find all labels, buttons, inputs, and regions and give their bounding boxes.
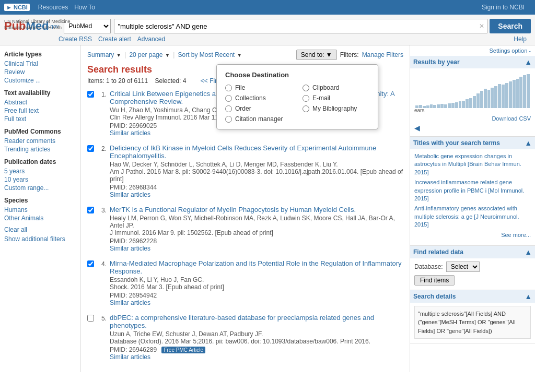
perpage-dropdown[interactable]: 20 per page ▼ xyxy=(129,51,170,58)
sidebar-item-other-animals[interactable]: Other Animals xyxy=(4,215,43,222)
pubmed-commons-heading: PubMed Commons xyxy=(4,128,76,135)
create-rss-link[interactable]: Create RSS xyxy=(59,35,92,43)
toolbar-divider: | xyxy=(124,51,126,58)
radio-citationmanager[interactable] xyxy=(225,116,232,123)
article-checkbox-4[interactable] xyxy=(87,260,94,267)
summary-link[interactable]: Summary xyxy=(87,51,114,58)
titles-scroll-up-icon[interactable]: ▲ xyxy=(525,139,532,147)
summary-dropdown[interactable]: Summary ▼ xyxy=(87,51,121,58)
option-mybibliography-label: My Bibliography xyxy=(312,105,357,112)
resources-link[interactable]: Resources xyxy=(38,4,68,11)
article-pmid-5: PMID: 26946289 Free PMC Article xyxy=(110,346,403,353)
dropdown-option-email[interactable]: E-mail xyxy=(303,94,369,102)
results-by-year-title: Results by year xyxy=(413,58,460,66)
perpage-link[interactable]: 20 per page xyxy=(129,51,162,58)
download-csv-link[interactable]: Download CSV xyxy=(492,115,531,122)
article-authors-2: Hao W, Decker Y, Schnöder L, Schottek A,… xyxy=(110,161,403,168)
radio-email[interactable] xyxy=(303,95,309,102)
radio-collections[interactable] xyxy=(225,95,232,102)
list-item: 4. Mirna-Mediated Macrophage Polarizatio… xyxy=(87,259,403,306)
radio-file[interactable] xyxy=(225,85,232,91)
search-button[interactable]: Search xyxy=(490,19,531,33)
article-checkbox-1[interactable] xyxy=(87,91,94,98)
items-count: Items: 1 to 20 of 6111 xyxy=(87,77,148,85)
chart-bar xyxy=(480,91,483,108)
title-link-2[interactable]: Increased inflammasome related gene expr… xyxy=(414,179,531,203)
sidebar-item-free-full-text[interactable]: Free full text xyxy=(4,107,39,114)
search-details-scroll-up-icon[interactable]: ▲ xyxy=(525,292,532,301)
species-heading: Species xyxy=(4,197,76,204)
top-nav: ► NCBI Resources How To Sign in to NCBI xyxy=(0,0,535,15)
article-checkbox-3[interactable] xyxy=(87,207,94,213)
customize-link[interactable]: Customize ... xyxy=(4,77,76,84)
signin-link[interactable]: Sign in to NCBI xyxy=(482,4,525,11)
article-checkbox-2[interactable] xyxy=(87,145,94,152)
search-details-header: Search details ▲ xyxy=(410,290,535,303)
toolbar-right: Send to: ▼ Filters: Manage Filters xyxy=(296,50,403,60)
see-more-link[interactable]: See more... xyxy=(414,231,531,239)
article-title-link-4[interactable]: Mirna-Mediated Macrophage Polarization a… xyxy=(110,259,402,275)
article-links-4: Similar articles xyxy=(110,299,403,306)
similar-articles-link-4[interactable]: Similar articles xyxy=(110,299,150,306)
radio-clipboard[interactable] xyxy=(303,85,309,91)
settings-option: Settings option - xyxy=(410,45,535,56)
dropdown-option-mybibliography[interactable]: My Bibliography xyxy=(303,105,369,112)
find-related-scroll-up-icon[interactable]: ▲ xyxy=(525,248,532,256)
title-link-3[interactable]: Anti-inflammatory genes associated with … xyxy=(414,205,531,229)
article-title-link-3[interactable]: MerTK Is a Functional Regulator of Myeli… xyxy=(110,206,356,213)
show-additional-filters-link[interactable]: Show additional filters xyxy=(4,235,76,243)
radio-order[interactable] xyxy=(225,105,232,112)
similar-articles-link-2[interactable]: Similar articles xyxy=(110,191,150,198)
sidebar-item-clinical-trial[interactable]: Clinical Trial xyxy=(4,60,38,67)
sidebar-item-review[interactable]: Review xyxy=(4,68,25,76)
article-links-1: Similar articles xyxy=(110,129,403,137)
howto-link[interactable]: How To xyxy=(74,4,95,11)
similar-articles-link-1[interactable]: Similar articles xyxy=(110,129,150,137)
similar-articles-link-3[interactable]: Similar articles xyxy=(110,245,150,252)
pubmed-commons-list: Reader comments Trending articles xyxy=(4,137,76,153)
settings-option-link[interactable]: Settings option - xyxy=(490,47,531,54)
database-select[interactable]: PubMed xyxy=(64,19,111,33)
sidebar-item-abstract[interactable]: Abstract xyxy=(4,99,27,106)
title-link-1[interactable]: Metabolic gene expression changes in ast… xyxy=(414,152,531,176)
dropdown-option-clipboard[interactable]: Clipboard xyxy=(303,84,369,91)
sortby-link[interactable]: Sort by Most Recent xyxy=(178,51,235,58)
search-input[interactable] xyxy=(114,19,487,33)
article-content-2: Deficiency of IkB Kinase in Myeloid Cell… xyxy=(110,144,403,198)
titles-panel-header: Titles with your search terms ▲ xyxy=(410,137,535,149)
chart-bar xyxy=(473,96,476,108)
scroll-left-icon[interactable]: ◀ xyxy=(414,124,420,132)
clear-search-icon[interactable]: ✕ xyxy=(479,22,484,30)
find-items-button[interactable]: Find items xyxy=(414,275,455,286)
sidebar-item-custom-range[interactable]: Custom range... xyxy=(4,184,49,192)
scroll-up-icon[interactable]: ▲ xyxy=(525,58,532,66)
sidebar-item-trending[interactable]: Trending articles xyxy=(4,146,50,153)
toolbar-divider2: | xyxy=(173,51,175,58)
clear-all-link[interactable]: Clear all xyxy=(4,226,76,233)
article-checkbox-5[interactable] xyxy=(87,315,94,322)
sortby-dropdown[interactable]: Sort by Most Recent ▼ xyxy=(178,51,242,58)
database-select-dropdown[interactable]: Select xyxy=(446,262,480,272)
help-link[interactable]: Help xyxy=(514,35,531,43)
sidebar-item-5years[interactable]: 5 years xyxy=(4,168,25,175)
dropdown-option-citationmanager[interactable]: Citation manager xyxy=(225,115,292,123)
similar-articles-link-5[interactable]: Similar articles xyxy=(110,353,150,361)
radio-mybibliography[interactable] xyxy=(303,105,309,112)
sidebar-item-humans[interactable]: Humans xyxy=(4,206,28,213)
chart-footer: Download CSV xyxy=(414,115,531,122)
send-to-button[interactable]: Send to: ▼ xyxy=(296,50,337,60)
sidebar-item-10years[interactable]: 10 years xyxy=(4,176,28,183)
article-title-link-5[interactable]: dbPEC: a comprehensive literature-based … xyxy=(110,314,374,329)
advanced-link[interactable]: Advanced xyxy=(137,35,165,43)
chart-bar xyxy=(437,104,440,108)
dropdown-options: File Clipboard Collections E-mail Order xyxy=(225,84,369,123)
manage-filters-link[interactable]: Manage Filters xyxy=(362,51,403,58)
dropdown-option-file[interactable]: File xyxy=(225,84,292,91)
article-number-5: 5. xyxy=(97,315,107,322)
dropdown-option-collections[interactable]: Collections xyxy=(225,94,292,102)
sidebar-item-reader-comments[interactable]: Reader comments xyxy=(4,137,55,145)
article-title-link-2[interactable]: Deficiency of IkB Kinase in Myeloid Cell… xyxy=(110,144,376,160)
dropdown-option-order[interactable]: Order xyxy=(225,105,292,112)
create-alert-link[interactable]: Create alert xyxy=(98,35,131,43)
sidebar-item-full-text[interactable]: Full text xyxy=(4,115,26,123)
